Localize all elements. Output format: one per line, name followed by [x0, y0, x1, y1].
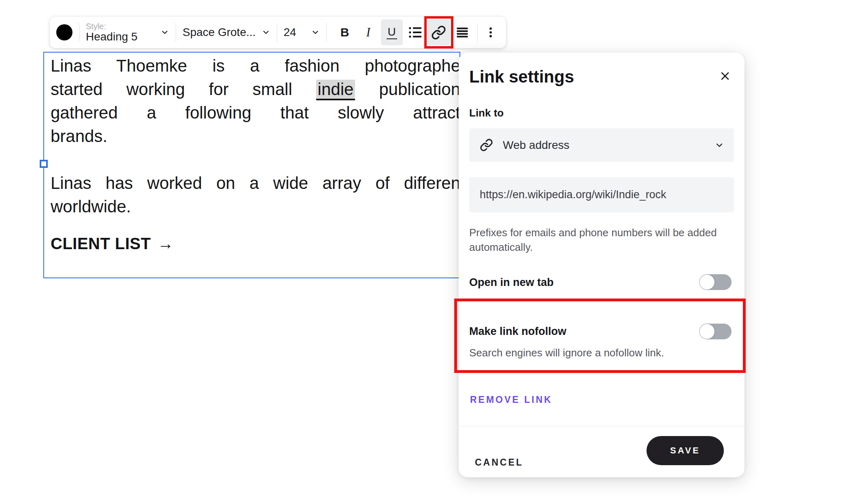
- style-label: Style:: [86, 22, 155, 31]
- nofollow-label: Make link nofollow: [469, 325, 566, 338]
- linked-word-indie[interactable]: indie: [316, 80, 355, 100]
- justify-text-icon: [455, 25, 470, 40]
- editor-page: Style: Heading 5 Space Grote... 24 B I U: [0, 0, 855, 504]
- font-dropdown[interactable]: Space Grote...: [183, 26, 256, 39]
- open-new-tab-toggle[interactable]: [699, 274, 732, 290]
- paragraph-line: worldwide.: [51, 195, 460, 218]
- text-format-toolbar: Style: Heading 5 Space Grote... 24 B I U: [50, 17, 506, 48]
- link-type-value: Web address: [503, 139, 715, 152]
- style-dropdown[interactable]: Style: Heading 5: [86, 22, 155, 43]
- bullet-list-button[interactable]: [404, 19, 426, 45]
- italic-icon: I: [366, 25, 370, 40]
- toolbar-divider: [477, 23, 478, 42]
- nofollow-toggle[interactable]: [699, 324, 732, 339]
- paragraph-line: Linas has worked on a wide array of diff…: [51, 172, 460, 195]
- prefix-note: Prefixes for emails and phone numbers wi…: [469, 225, 730, 254]
- font-size-dropdown[interactable]: 24: [284, 26, 296, 39]
- close-button[interactable]: [718, 69, 732, 83]
- underline-icon: U: [387, 26, 397, 39]
- selected-text-block[interactable]: Linas Thoemke is a fashion photographe s…: [43, 52, 460, 278]
- url-input[interactable]: https://en.wikipedia.org/wiki/Indie_rock: [469, 177, 734, 212]
- more-options-button[interactable]: [482, 19, 500, 45]
- open-new-tab-label: Open in new tab: [469, 276, 554, 289]
- selection-resize-handle[interactable]: [40, 160, 48, 168]
- alignment-button[interactable]: [451, 19, 473, 45]
- paragraph-spacer: [51, 148, 460, 172]
- toolbar-divider: [79, 23, 79, 42]
- toolbar-divider: [326, 23, 327, 42]
- style-value: Heading 5: [86, 31, 155, 43]
- paragraph-line: gathered a following that slowly attract: [51, 101, 460, 125]
- link-to-label: Link to: [469, 107, 504, 119]
- toggle-knob: [700, 324, 715, 339]
- paragraph-line: started working for small indie publicat…: [51, 78, 460, 101]
- remove-link-button[interactable]: REMOVE LINK: [470, 394, 553, 405]
- chain-link-icon: [431, 25, 446, 40]
- chevron-down-icon: [262, 28, 270, 37]
- text-color-swatch[interactable]: [56, 24, 72, 40]
- chevron-down-icon: [311, 28, 320, 37]
- link-type-dropdown[interactable]: Web address: [469, 128, 734, 162]
- vertical-ellipsis-icon: [485, 26, 497, 38]
- link-settings-panel: Link settings Link to Web address https:…: [459, 53, 744, 477]
- chain-link-icon: [480, 138, 493, 152]
- underline-button[interactable]: U: [381, 19, 403, 45]
- bullet-list-icon: [408, 25, 423, 40]
- x-close-icon: [719, 70, 732, 83]
- cancel-button[interactable]: CANCEL: [475, 457, 523, 468]
- chevron-down-icon: [160, 28, 169, 37]
- paragraph-line: Linas Thoemke is a fashion photographe: [51, 54, 460, 78]
- link-button[interactable]: [428, 19, 450, 45]
- panel-title: Link settings: [469, 67, 574, 87]
- right-arrow-icon: →: [157, 232, 174, 255]
- client-list-heading: CLIENT LIST →: [51, 232, 459, 255]
- bold-button[interactable]: B: [334, 19, 356, 45]
- toolbar-divider: [277, 23, 277, 42]
- toolbar-divider: [176, 23, 176, 42]
- chevron-down-icon: [715, 140, 724, 150]
- footer-divider: [459, 426, 744, 426]
- paragraph-line: brands.: [51, 125, 460, 148]
- nofollow-description: Search engines will ignore a nofollow li…: [469, 347, 664, 359]
- italic-button[interactable]: I: [357, 19, 379, 45]
- bold-icon: B: [340, 25, 349, 39]
- save-button[interactable]: SAVE: [647, 436, 724, 465]
- toggle-knob: [700, 275, 715, 290]
